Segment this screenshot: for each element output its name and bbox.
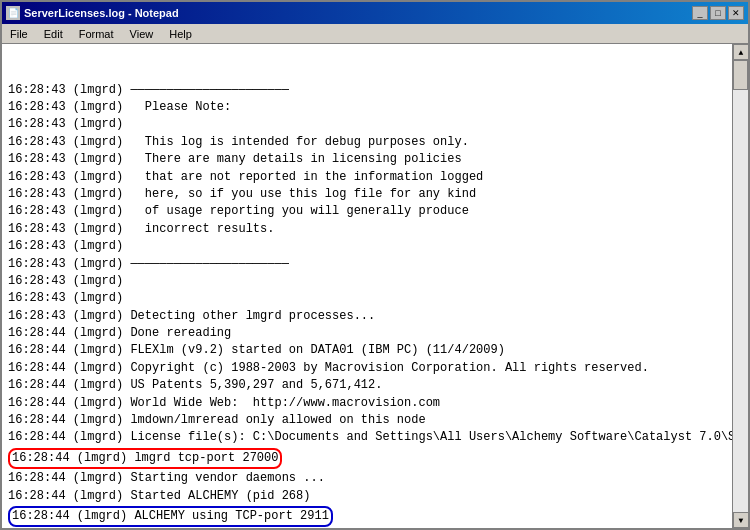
log-line: 16:28:44 (lmgrd) Copyright (c) 1988-2003… (8, 360, 726, 377)
log-line: 16:28:43 (lmgrd) (8, 116, 726, 133)
scroll-up-button[interactable]: ▲ (733, 44, 748, 60)
log-line: 16:28:44 (lmgrd) License file(s): C:\Doc… (8, 429, 726, 446)
menu-file[interactable]: File (6, 27, 32, 41)
log-line: 16:28:43 (lmgrd) (8, 273, 726, 290)
log-content[interactable]: 16:28:43 (lmgrd) ——————————————————————1… (2, 44, 732, 528)
title-buttons: _ □ ✕ (692, 6, 744, 20)
notepad-icon: 📄 (6, 6, 20, 20)
maximize-button[interactable]: □ (710, 6, 726, 20)
log-line: 16:28:44 (lmgrd) US Patents 5,390,297 an… (8, 377, 726, 394)
log-line: 16:28:43 (lmgrd) incorrect results. (8, 221, 726, 238)
log-line: 16:28:44 (lmgrd) Done rereading (8, 325, 726, 342)
scroll-track[interactable] (733, 60, 748, 512)
menu-bar: File Edit Format View Help (2, 24, 748, 44)
menu-view[interactable]: View (126, 27, 158, 41)
log-line: 16:28:43 (lmgrd) —————————————————————— (8, 82, 726, 99)
menu-edit[interactable]: Edit (40, 27, 67, 41)
minimize-button[interactable]: _ (692, 6, 708, 20)
log-line: 16:28:44 (lmgrd) Started ALCHEMY (pid 26… (8, 488, 726, 505)
title-bar: 📄 ServerLicenses.log - Notepad _ □ ✕ (2, 2, 748, 24)
log-line: 16:28:43 (lmgrd) (8, 290, 726, 307)
log-line: 16:28:43 (lmgrd) of usage reporting you … (8, 203, 726, 220)
log-lines: 16:28:43 (lmgrd) ——————————————————————1… (8, 82, 726, 528)
log-line: 16:28:44 (lmgrd) World Wide Web: http://… (8, 395, 726, 412)
notepad-window: 📄 ServerLicenses.log - Notepad _ □ ✕ Fil… (0, 0, 750, 530)
title-bar-left: 📄 ServerLicenses.log - Notepad (6, 6, 179, 20)
log-line: 16:28:44 (lmgrd) Starting vendor daemons… (8, 470, 726, 487)
log-line: 16:28:44 (lmgrd) ALCHEMY using TCP-port … (8, 505, 726, 528)
log-line: 16:28:43 (lmgrd) This log is intended fo… (8, 134, 726, 151)
log-line: 16:28:43 (lmgrd) —————————————————————— (8, 256, 726, 273)
log-line: 16:28:44 (lmgrd) FLEXlm (v9.2) started o… (8, 342, 726, 359)
close-button[interactable]: ✕ (728, 6, 744, 20)
log-line: 16:28:44 (lmgrd) lmdown/lmreread only al… (8, 412, 726, 429)
log-line: 16:28:43 (lmgrd) (8, 238, 726, 255)
log-line: 16:28:43 (lmgrd) here, so if you use thi… (8, 186, 726, 203)
log-line: 16:28:43 (lmgrd) Detecting other lmgrd p… (8, 308, 726, 325)
menu-help[interactable]: Help (165, 27, 196, 41)
menu-format[interactable]: Format (75, 27, 118, 41)
window-title: ServerLicenses.log - Notepad (24, 7, 179, 19)
log-line: 16:28:44 (lmgrd) lmgrd tcp-port 27000 (8, 447, 726, 470)
log-line: 16:28:43 (lmgrd) Please Note: (8, 99, 726, 116)
log-line: 16:28:43 (lmgrd) There are many details … (8, 151, 726, 168)
log-line: 16:28:43 (lmgrd) that are not reported i… (8, 169, 726, 186)
scroll-down-button[interactable]: ▼ (733, 512, 748, 528)
scrollbar[interactable]: ▲ ▼ (732, 44, 748, 528)
content-area: 16:28:43 (lmgrd) ——————————————————————1… (2, 44, 748, 528)
scroll-thumb[interactable] (733, 60, 748, 90)
